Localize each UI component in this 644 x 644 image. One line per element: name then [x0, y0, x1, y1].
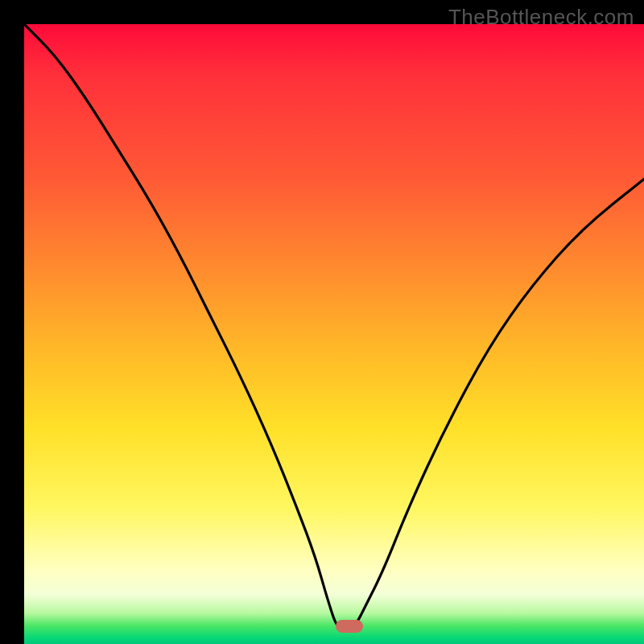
curve-path: [24, 24, 644, 629]
optimal-marker: [336, 620, 363, 633]
plot-area: [24, 24, 644, 644]
watermark-text: TheBottleneck.com: [448, 5, 634, 30]
bottleneck-curve: [24, 24, 644, 644]
chart-frame: TheBottleneck.com: [0, 0, 644, 644]
